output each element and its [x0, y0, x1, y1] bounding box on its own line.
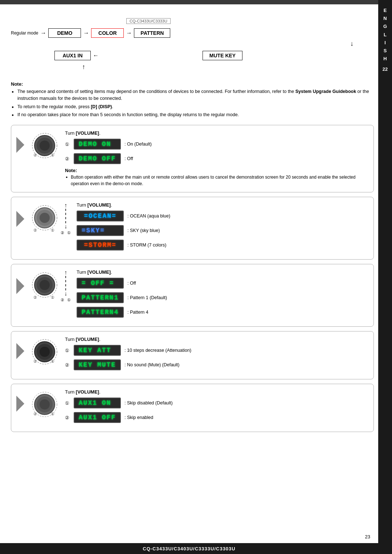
- panel2-desc3: : STORM (7 colors): [127, 243, 166, 248]
- arrow3: →: [126, 30, 132, 36]
- panel4-led2: KEY MUTE: [74, 359, 121, 370]
- panel2-triangle: [16, 211, 24, 227]
- flow-demo: DEMO: [48, 28, 81, 38]
- panel2-option1: =OCEAN= : OCEAN (aqua blue): [77, 211, 368, 221]
- panel1-option2: ② DEMO OFF : Off: [65, 153, 368, 164]
- panel5-led2: AUX1 OFF: [74, 412, 121, 423]
- panel3-up-arrow: ↑: [64, 269, 67, 276]
- panel1-desc1: : On (Default): [124, 142, 152, 147]
- panel3-turn: Turn [VOLUME].: [77, 269, 368, 275]
- panel2-up-arrow: ↑: [64, 202, 67, 209]
- sidebar: E N G L I S H 22: [378, 0, 392, 554]
- panel4-desc2: : No sound (Mute) (Default): [124, 362, 179, 367]
- panel2-left: ② ① ↑ ↓ ② ①: [16, 202, 71, 235]
- svg-point-26: [40, 399, 50, 410]
- top-bar: [0, 0, 378, 4]
- panel2-desc2: : SKY (sky blue): [127, 228, 160, 233]
- svg-text:②: ②: [33, 228, 37, 232]
- arrow2: →: [83, 30, 89, 36]
- flow-pattern: PATTERN: [134, 28, 170, 38]
- flow-mutekey: MUTE KEY: [203, 51, 242, 60]
- note-title: Note:: [11, 81, 374, 87]
- notes-section: Note: The sequence and contents of setti…: [11, 81, 374, 118]
- flow-row2: AUX1 IN ← MUTE KEY: [54, 51, 242, 60]
- panel2-turn: Turn [VOLUME].: [77, 202, 368, 208]
- panel2-option3: =STORM= : STORM (7 colors): [77, 240, 368, 250]
- panel5-left: ② ①: [16, 389, 59, 418]
- panel5-knob: ② ①: [26, 389, 59, 418]
- panel-aux: ② ① Turn [VOLUME]. ① AUX1 ON : Skip disa…: [11, 384, 374, 432]
- svg-text:②: ②: [33, 359, 37, 363]
- svg-text:②: ②: [33, 412, 37, 416]
- sidebar-e: E: [384, 7, 387, 14]
- panel4-triangle: [16, 343, 24, 359]
- panel-color: ② ① ↑ ↓ ② ① Turn [VOLUME]. =OCEAN=: [11, 197, 374, 260]
- panel3-dashed: [65, 276, 66, 290]
- panel1-desc2: : Off: [124, 156, 133, 161]
- panel1-step1: ①: [65, 142, 70, 147]
- panel4-content: Turn [VOLUME]. ① KEY ATT : 10 steps decr…: [65, 337, 368, 374]
- panel3-option3: PATTERN4 : Pattern 4: [77, 307, 368, 318]
- panel2-led3: =STORM=: [77, 240, 124, 250]
- panel3-led2: PATTERN1: [77, 292, 124, 303]
- panel1-triangle: [16, 137, 24, 153]
- svg-point-8: [40, 213, 50, 223]
- note-item-3: If no operation takes place for more tha…: [11, 111, 374, 118]
- bottom-bar: CQ-C3433U/C3403U/C3333U/C3303U: [0, 543, 378, 554]
- panel3-option1: = OFF = : Off: [77, 278, 368, 289]
- panel-demo: ② ① Turn [VOLUME]. ① DEMO ON : On (Defau…: [11, 125, 374, 192]
- panel4-turn: Turn [VOLUME].: [65, 337, 368, 342]
- panel2-led1: =OCEAN=: [77, 211, 124, 221]
- page-number: 23: [365, 534, 370, 539]
- panel2-content: Turn [VOLUME]. =OCEAN= : OCEAN (aqua blu…: [77, 202, 368, 254]
- panel5-turn: Turn [VOLUME].: [65, 389, 368, 395]
- svg-text:②: ②: [33, 295, 37, 300]
- panel3-down-arrow: ↓: [64, 290, 67, 297]
- svg-point-2: [40, 140, 50, 151]
- panel4-left: ② ①: [16, 337, 59, 366]
- panel5-option2: ② AUX1 OFF : Skip enabled: [65, 412, 368, 423]
- arrow1: →: [40, 30, 46, 36]
- panel4-option1: ① KEY ATT : 10 steps decrease (Attenuati…: [65, 345, 368, 356]
- panel5-desc1: : Skip disabled (Default): [124, 400, 173, 406]
- panel1-led1: DEMO ON: [74, 139, 121, 150]
- down-arrow: ↓: [350, 40, 354, 48]
- panel2-scroll: ↑ ↓ ② ①: [61, 202, 71, 235]
- panel3-knob: ② ①: [26, 270, 59, 302]
- arrow4-left: ←: [93, 52, 99, 59]
- panel1-content: Turn [VOLUME]. ① DEMO ON : On (Default) …: [65, 130, 368, 187]
- panel3-left: ② ① ↑ ↓ ② ①: [16, 269, 71, 302]
- panel4-step2: ②: [65, 362, 70, 368]
- sidebar-l: L: [384, 32, 387, 38]
- panel5-triangle: [16, 396, 24, 412]
- panel-pattern: ② ① ↑ ↓ ② ① Turn [VOLUME]. = OFF = : Off: [11, 264, 374, 327]
- svg-text:①: ①: [51, 295, 54, 300]
- flow-aux1in: AUX1 IN: [54, 51, 91, 60]
- panel2-down-arrow: ↓: [64, 223, 67, 230]
- panel4-step1: ①: [65, 348, 70, 353]
- panel5-led1: AUX1 ON: [74, 398, 121, 408]
- flow-diagram: CQ-C3433U/C3333U Regular mode → DEMO → C…: [11, 16, 374, 74]
- panel3-content: Turn [VOLUME]. = OFF = : Off PATTERN1 : …: [77, 269, 368, 321]
- panel1-note: Note: ● Button operation with either the…: [65, 168, 368, 187]
- panel3-led1: = OFF =: [77, 278, 124, 289]
- main-content: CQ-C3433U/C3333U Regular mode → DEMO → C…: [11, 7, 374, 432]
- panel5-step2: ②: [65, 415, 70, 420]
- sidebar-n: N: [383, 15, 387, 22]
- panel1-note-title: Note:: [65, 168, 77, 173]
- panel2-nums: ② ①: [61, 231, 71, 235]
- panel1-left: ② ①: [16, 130, 59, 159]
- panel5-desc2: : Skip enabled: [124, 415, 153, 420]
- panel4-option2: ② KEY MUTE : No sound (Mute) (Default): [65, 359, 368, 370]
- panel5-option1: ① AUX1 ON : Skip disabled (Default): [65, 398, 368, 408]
- panel1-option1: ① DEMO ON : On (Default): [65, 139, 368, 150]
- panel2-dashed: [65, 209, 66, 223]
- panel1-knob: ② ①: [26, 130, 59, 159]
- panel3-desc2: : Pattern 1 (Default): [127, 295, 167, 300]
- panel2-knob: ② ①: [26, 203, 59, 235]
- bottom-bar-text: CQ-C3433U/C3403U/C3333U/C3303U: [143, 546, 235, 551]
- sidebar-s: S: [384, 48, 387, 54]
- panel1-note-item: ● Button operation with either the main …: [65, 174, 368, 187]
- panel4-knob: ② ①: [26, 337, 59, 366]
- flow-top-label: CQ-C3433U/C3333U: [126, 18, 171, 24]
